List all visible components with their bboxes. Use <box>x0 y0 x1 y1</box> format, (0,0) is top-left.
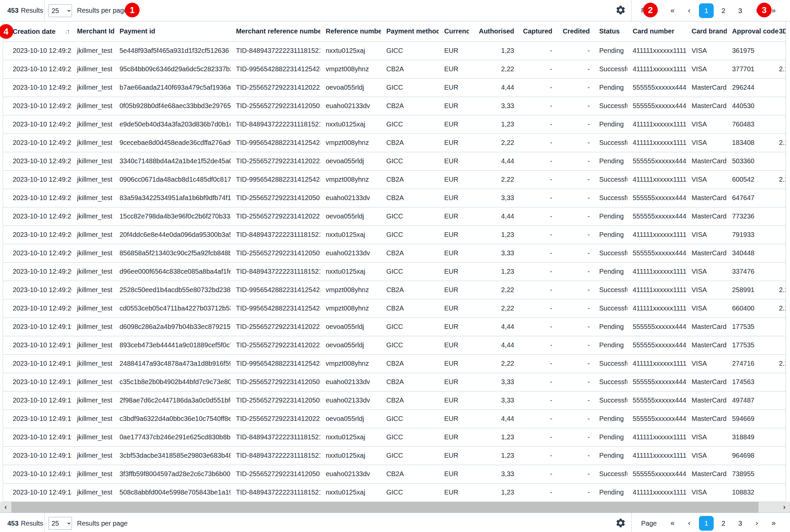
column-header-credited[interactable]: Credited <box>556 21 594 41</box>
cell-payment-id: 15cc82e798da4b3e96f0c2b6f270b334 <box>114 207 231 226</box>
column-header-currency[interactable]: Currency <box>439 21 469 41</box>
page-button-1-bottom[interactable]: 1 <box>699 516 714 531</box>
table-row[interactable]: 2023-10-10 12:49:21jkillmer_teste9de50eb… <box>3 115 786 133</box>
horizontal-scrollbar[interactable]: ‹ › <box>0 502 790 513</box>
table-row[interactable]: 2023-10-10 12:49:19jkillmer_test893ceb47… <box>3 336 786 354</box>
cell-creation-date: 2023-10-10 12:49:19 <box>3 446 72 465</box>
column-header-captured[interactable]: Captured <box>518 21 556 41</box>
column-header-3ds[interactable]: 3DS <box>779 21 786 41</box>
cell-captured: - <box>518 336 556 354</box>
cell-payment-method: GICC <box>381 318 439 336</box>
table-row[interactable]: 2023-10-10 12:49:20jkillmer_test20f4ddc6… <box>3 226 786 244</box>
last-page-button-bottom[interactable]: » <box>767 516 780 530</box>
column-header-card-brand[interactable]: Card brand <box>686 21 727 41</box>
table-row[interactable]: 2023-10-10 12:49:18jkillmer_test508c8abb… <box>3 483 786 501</box>
column-header-merchant-id[interactable]: Merchant Id <box>72 21 114 41</box>
table-row[interactable]: 2023-10-10 12:49:20jkillmer_test2528c50e… <box>3 281 786 299</box>
settings-gear-button-bottom[interactable] <box>615 517 627 529</box>
cell-payment-id: 2528c50eed1b4acdb55e80732bd23865 <box>114 281 231 299</box>
cell-currency: EUR <box>439 97 469 115</box>
table-row[interactable]: 2023-10-10 12:49:19jkillmer_test3f3ffb59… <box>3 465 786 483</box>
cell-payment-method: CB2A <box>381 170 439 189</box>
table-row[interactable]: 2023-10-10 12:49:19jkillmer_testc35c1b8e… <box>3 373 786 391</box>
cell-credited: - <box>556 97 594 115</box>
table-row[interactable]: 2023-10-10 12:49:19jkillmer_test2f98ae7d… <box>3 391 786 410</box>
cell-credited: - <box>556 336 594 354</box>
table-row[interactable]: 2023-10-10 12:49:19jkillmer_testd6098c28… <box>3 318 786 336</box>
table-row[interactable]: 2023-10-10 12:49:20jkillmer_testcd0553ce… <box>3 299 786 318</box>
prev-page-button-bottom[interactable]: ‹ <box>682 516 696 530</box>
cell-card-brand: MasterCard <box>686 189 727 207</box>
table-row[interactable]: 2023-10-10 12:49:22jkillmer_test0f05b928… <box>3 97 786 115</box>
cell-reference-number: nxxtu0125xaj <box>320 483 381 501</box>
column-header-reference-number[interactable]: Reference number <box>320 21 381 41</box>
cell-currency: EUR <box>439 336 469 354</box>
column-header-merchant-reference-number[interactable]: Merchant reference number <box>231 21 320 41</box>
page-button-3[interactable]: 3 <box>733 4 747 18</box>
cell-status: Successful <box>594 299 627 318</box>
table-row[interactable]: 2023-10-10 12:49:22jkillmer_test95c84bb0… <box>3 60 786 78</box>
cell-credited: - <box>556 354 594 373</box>
column-header-status[interactable]: Status <box>594 21 627 41</box>
table-row[interactable]: 2023-10-10 12:49:19jkillmer_test0ae17743… <box>3 428 786 446</box>
cell-merchant-id: jkillmer_test <box>72 336 114 354</box>
column-header-card-number[interactable]: Card number <box>627 21 686 41</box>
page-button-1[interactable]: 1 <box>699 3 714 18</box>
cell-reference-number: oevoa055rldj <box>320 410 381 428</box>
cell-merchant-id: jkillmer_test <box>72 78 114 97</box>
results-per-page-select[interactable]: 25 <box>49 4 72 17</box>
annotation-badge-3: 3 <box>757 3 772 17</box>
pagination-bottom: Page « ‹ 1 2 3 › » <box>631 513 790 532</box>
table-row[interactable]: 2023-10-10 12:49:21jkillmer_test15cc82e7… <box>3 207 786 226</box>
table-row[interactable]: 2023-10-10 12:49:21jkillmer_test83a59a34… <box>3 189 786 207</box>
table-row[interactable]: 2023-10-10 12:49:19jkillmer_testc3bdf9a6… <box>3 410 786 428</box>
column-header-payment-method[interactable]: Payment method <box>381 21 439 41</box>
scrollbar-thumb[interactable] <box>12 502 758 513</box>
settings-gear-button[interactable] <box>615 5 627 17</box>
cell-approval-code: 183408 <box>727 133 779 152</box>
cell-authorised: 4,44 <box>469 336 518 354</box>
cell-reference-number: vmpzt008yhnz <box>320 281 381 299</box>
cell-reference-number: oevoa055rldj <box>320 152 381 170</box>
cell-3ds <box>779 483 786 501</box>
page-button-2[interactable]: 2 <box>716 4 730 18</box>
cell-approval-code: 340448 <box>727 244 779 262</box>
scroll-right-button[interactable]: › <box>778 502 790 513</box>
table-row[interactable]: 2023-10-10 12:49:23jkillmer_test5e448f93… <box>3 41 786 60</box>
table-row[interactable]: 2023-10-10 12:49:20jkillmer_testd96ee000… <box>3 262 786 281</box>
table-row[interactable]: 2023-10-10 12:49:19jkillmer_test3cbf53da… <box>3 446 786 465</box>
prev-page-button[interactable]: ‹ <box>682 4 696 18</box>
table-row[interactable]: 2023-10-10 12:49:22jkillmer_testb7ae66aa… <box>3 78 786 97</box>
table-row[interactable]: 2023-10-10 12:49:21jkillmer_test3340c714… <box>3 152 786 170</box>
sort-icon[interactable]: ↓↑ <box>64 27 69 36</box>
table-row[interactable]: 2023-10-10 12:49:21jkillmer_test9cecebae… <box>3 133 786 152</box>
cell-captured: - <box>518 428 556 446</box>
column-header-approval-code[interactable]: Approval code <box>727 21 779 41</box>
cell-creation-date: 2023-10-10 12:49:18 <box>3 483 72 501</box>
table-row[interactable]: 2023-10-10 12:49:21jkillmer_test0906cc06… <box>3 170 786 189</box>
cell-card-brand: VISA <box>686 354 727 373</box>
cell-merchant-reference-number: TID-25565272922314120505 <box>231 189 320 207</box>
cell-creation-date: 2023-10-10 12:49:22 <box>3 60 72 78</box>
cell-3ds: 2.1. <box>779 170 786 189</box>
cell-merchant-reference-number: TID-25565272922314120505 <box>231 244 320 262</box>
cell-payment-id: 3340c71488bd4a42a1b4e1f52de45a07 <box>114 152 231 170</box>
page-button-3-bottom[interactable]: 3 <box>733 516 747 530</box>
cell-authorised: 1,23 <box>469 446 518 465</box>
first-page-button-bottom[interactable]: « <box>665 516 679 530</box>
cell-credited: - <box>556 189 594 207</box>
cell-reference-number: nxxtu0125xaj <box>320 428 381 446</box>
results-per-page-select-bottom[interactable]: 25 <box>49 517 72 530</box>
cell-merchant-reference-number: TID-25565272922314120222 <box>231 318 320 336</box>
first-page-button[interactable]: « <box>665 4 679 18</box>
column-header-authorised[interactable]: Authorised <box>469 21 518 41</box>
next-page-button-bottom[interactable]: › <box>750 516 764 530</box>
page-button-2-bottom[interactable]: 2 <box>716 516 730 530</box>
table-row[interactable]: 2023-10-10 12:49:20jkillmer_test856858a5… <box>3 244 786 262</box>
cell-payment-id: c3bdf9a6322d4a0bbc36e10c7540ff8e <box>114 410 231 428</box>
scroll-left-button[interactable]: ‹ <box>0 502 12 513</box>
cell-merchant-id: jkillmer_test <box>72 391 114 410</box>
column-header-payment-id[interactable]: Payment id <box>114 21 231 41</box>
table-row[interactable]: 2023-10-10 12:49:19jkillmer_test24884147… <box>3 354 786 373</box>
cell-merchant-reference-number: TID-25565272922314120222 <box>231 207 320 226</box>
